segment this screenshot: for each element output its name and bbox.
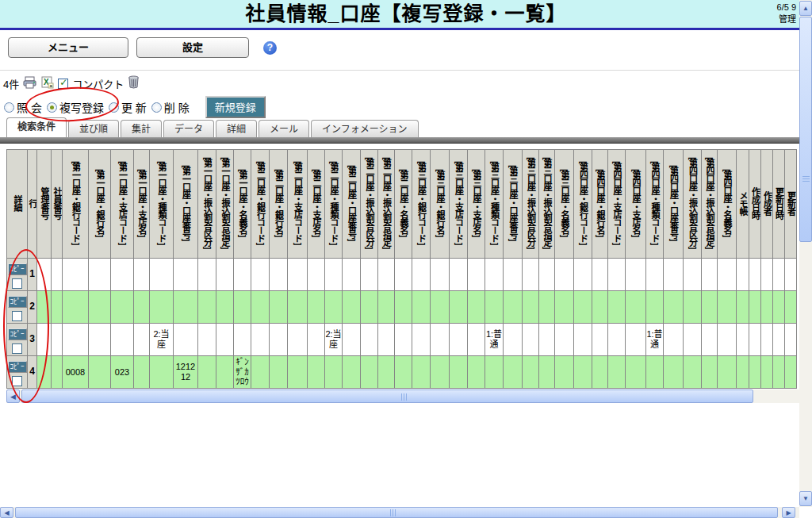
column-header-label: [第四口座・口座番号] [669,165,678,240]
table-cell [216,259,234,291]
scroll-left-button[interactable]: ◀ [6,389,20,403]
column-header: [第四口座・振込割合区分] [684,150,702,259]
tab[interactable]: 検索条件 [6,117,67,137]
copy-button[interactable]: ｺﾋﾟｰ [8,328,27,340]
copy-button[interactable]: ｺﾋﾟｰ [8,296,27,308]
column-header-row: 行 [28,150,37,259]
table-cell: 121212 [174,356,198,389]
row-checkbox[interactable] [12,311,22,321]
column-header-label: [第二口座・振込割合区分] [365,157,373,248]
table-cell [198,324,216,356]
table-cell [308,291,325,324]
table-cell [555,259,574,291]
tab[interactable]: 並び順 [68,120,119,137]
menu-button[interactable]: メニュー [8,37,128,58]
mode-radio-label: 複写登録 [59,99,104,115]
column-header: [第一口座・支店コード] [111,150,134,259]
copy-button[interactable]: ｺﾋﾟｰ [8,263,27,275]
table-cell [450,356,468,389]
mode-radio-option[interactable]: 照 会 [4,99,42,115]
table-cell [749,259,761,291]
tab[interactable]: 詳細 [216,120,257,137]
copy-button[interactable]: ｺﾋﾟｰ [8,361,27,373]
column-header-label: [第一口座・振込割合指定] [220,157,229,248]
table-horizontal-scrollbar[interactable]: ◀ [6,389,799,403]
table-cell [702,259,718,291]
scroll-down-button[interactable]: ▼ [799,491,812,506]
row-checkbox[interactable] [12,376,22,386]
scroll-thumb[interactable] [15,507,778,518]
column-header: [第四口座・口座番号] [664,150,684,259]
table-cell [174,324,198,356]
table-cell [395,291,412,324]
new-registration-button[interactable]: 新規登録 [205,96,266,118]
detail-cell: ｺﾋﾟｰ [7,356,28,389]
table-cell [111,259,134,291]
scroll-right-button[interactable]: ▶ [782,507,795,518]
column-header-label: [第二口座・振込割合指定] [382,157,391,248]
radio-icon[interactable] [109,102,119,113]
table-cell [737,356,749,389]
table-cell [737,259,749,291]
scroll-left-button[interactable]: ◀ [0,507,13,518]
radio-icon[interactable] [47,102,57,113]
window-vertical-scrollbar[interactable]: ▲ ▼ [799,0,812,507]
table-cell [395,259,412,291]
scroll-thumb[interactable] [21,389,753,403]
scroll-up-button[interactable]: ▲ [799,1,812,16]
table-cell [485,356,504,389]
column-header-label: 社員番号 [52,187,61,219]
print-icon[interactable] [23,76,36,91]
column-header-label: [第四口座・支店コード] [612,161,621,244]
mode-radio-option[interactable]: 更 新 [109,99,147,115]
table-cell [523,291,539,324]
settings-button[interactable]: 設定 [136,37,249,58]
table-cell [288,291,308,324]
table-cell [216,324,234,356]
column-header: [第三口座・種類コード] [485,150,504,259]
table-cell [646,259,664,291]
table-cell [485,259,504,291]
table-cell [63,324,89,356]
table-cell [684,259,702,291]
column-header-label: [第二口座・名義名] [399,169,408,236]
table-cell [592,324,608,356]
column-header: [第四口座・名義名] [718,150,737,259]
table-cell [504,291,523,324]
table-cell [308,259,325,291]
help-icon[interactable]: ? [263,41,277,55]
compact-checkbox[interactable] [58,79,68,89]
table-cell [468,356,485,389]
table-cell [288,259,308,291]
column-header: [第一口座・種類コード] [150,150,174,259]
column-header-label: [第二口座・支店名] [312,169,320,236]
excel-export-icon[interactable]: Xa [40,76,54,91]
row-checkbox[interactable] [12,343,22,354]
table-cell: 2:当座 [150,324,174,356]
tab[interactable]: メール [259,120,309,137]
table-cell: 2:当座 [325,324,343,356]
scroll-thumb[interactable] [799,17,812,242]
table-cell [198,259,216,291]
radio-icon[interactable] [4,102,14,113]
mode-radio-option[interactable]: 複写登録 [47,99,104,115]
grid-header-row: 詳細行管理番号社員番号[第一口座・銀行コード][第一口座・銀行名][第一口座・支… [7,150,797,259]
window-horizontal-scrollbar[interactable]: ◀ ▶ [0,507,799,518]
radio-icon[interactable] [151,102,162,113]
column-header: メモ帳 [737,150,749,259]
table-cell [450,324,468,356]
row-checkbox[interactable] [12,278,22,289]
mode-radio-option[interactable]: 削 除 [151,99,190,115]
grid-container: 詳細行管理番号社員番号[第一口座・銀行コード][第一口座・銀行名][第一口座・支… [6,149,799,390]
tab[interactable]: データ [163,120,214,137]
table-cell [574,356,592,389]
trash-icon[interactable] [128,75,140,91]
table-cell [761,259,773,291]
table-cell [773,291,785,324]
table-cell [539,259,555,291]
tab[interactable]: 集計 [121,120,162,137]
table-cell [134,356,150,389]
tab[interactable]: インフォメーション [311,120,418,137]
column-header-label: [第二口座・銀行コード] [256,161,265,244]
row-number: 4 [28,356,37,389]
